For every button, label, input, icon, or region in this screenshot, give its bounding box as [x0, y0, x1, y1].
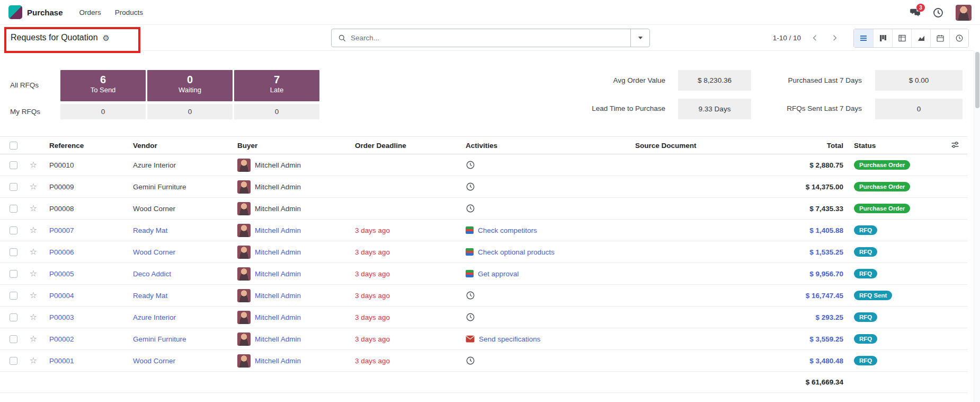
user-avatar[interactable]: [956, 5, 972, 21]
favorite-star-icon[interactable]: ☆: [30, 161, 37, 169]
activity-cell[interactable]: Check competitors: [460, 226, 629, 234]
calendar-view-icon: [936, 34, 945, 42]
view-calendar-button[interactable]: [930, 29, 949, 47]
activity-label[interactable]: Check competitors: [478, 226, 537, 234]
row-checkbox[interactable]: [10, 292, 17, 300]
pager-prev-button[interactable]: [809, 32, 821, 43]
table-row[interactable]: ☆ P00003 Azure Interior Mitchell Admin 3…: [0, 307, 967, 328]
buyer-name: Mitchell Admin: [255, 248, 301, 256]
table-row[interactable]: ☆ P00004 Ready Mat Mitchell Admin 3 days…: [0, 285, 967, 307]
search-dropdown-toggle[interactable]: [630, 29, 649, 47]
purchase-app-icon[interactable]: [8, 5, 22, 19]
activity-cell[interactable]: [460, 291, 629, 300]
row-checkbox[interactable]: [10, 270, 17, 278]
favorite-star-icon[interactable]: ☆: [30, 248, 37, 256]
activity-clock-icon[interactable]: [466, 182, 475, 191]
row-checkbox[interactable]: [10, 226, 17, 234]
activity-clock-icon[interactable]: [466, 160, 475, 170]
stat-waiting[interactable]: 0 Waiting: [147, 70, 233, 101]
activity-label[interactable]: Get approval: [478, 270, 519, 278]
activity-clock-icon[interactable]: [466, 204, 475, 213]
activity-type-icon[interactable]: [466, 248, 474, 256]
my-to-send[interactable]: 0: [60, 104, 146, 119]
activity-mail-icon[interactable]: [466, 335, 475, 343]
activity-type-icon[interactable]: [466, 270, 474, 277]
table-row[interactable]: ☆ P00002 Gemini Furniture Mitchell Admin…: [0, 328, 967, 350]
favorite-star-icon[interactable]: ☆: [30, 356, 37, 365]
buyer-avatar: [237, 180, 251, 194]
pager-next-button[interactable]: [828, 32, 840, 43]
my-waiting[interactable]: 0: [147, 104, 233, 119]
header-total[interactable]: Total: [783, 142, 844, 150]
app-root: Purchase Orders Products 3 Requests for …: [0, 0, 980, 402]
my-late[interactable]: 0: [234, 104, 319, 119]
favorite-star-icon[interactable]: ☆: [30, 269, 37, 278]
view-pivot-button[interactable]: [892, 29, 911, 47]
favorite-star-icon[interactable]: ☆: [30, 291, 37, 300]
activity-cell[interactable]: [460, 204, 629, 213]
column-settings-button[interactable]: [942, 141, 967, 151]
row-checkbox[interactable]: [10, 248, 17, 256]
activity-cell[interactable]: Get approval: [460, 270, 629, 278]
row-checkbox[interactable]: [10, 205, 17, 213]
row-checkbox[interactable]: [10, 183, 17, 191]
activity-clock-icon[interactable]: [466, 356, 475, 365]
stat-to-send[interactable]: 6 To Send: [60, 70, 146, 101]
activity-cell[interactable]: Check optional products: [460, 248, 629, 256]
reference-cell: P00009: [43, 183, 127, 191]
search-input[interactable]: [351, 29, 630, 47]
gear-icon[interactable]: ⚙: [103, 34, 110, 42]
header-vendor[interactable]: Vendor: [127, 142, 231, 150]
activity-label[interactable]: Send specifications: [479, 335, 540, 343]
header-reference[interactable]: Reference: [43, 142, 127, 150]
favorite-star-icon[interactable]: ☆: [30, 226, 37, 234]
table-row[interactable]: ☆ P00006 Wood Corner Mitchell Admin 3 da…: [0, 241, 967, 263]
header-status[interactable]: Status: [844, 142, 942, 150]
activity-cell[interactable]: [460, 182, 629, 191]
menu-products[interactable]: Products: [108, 0, 150, 24]
buyer-name: Mitchell Admin: [255, 335, 301, 343]
view-activity-button[interactable]: [949, 29, 968, 47]
activity-cell[interactable]: [460, 356, 629, 365]
row-checkbox[interactable]: [10, 313, 17, 321]
favorite-star-icon[interactable]: ☆: [30, 204, 37, 213]
kpi-rfqs-sent-7days: 0: [875, 99, 963, 119]
messages-icon[interactable]: 3: [909, 7, 921, 19]
activity-label[interactable]: Check optional products: [478, 248, 555, 256]
favorite-star-icon[interactable]: ☆: [30, 182, 37, 191]
table-row[interactable]: ☆ P00010 Azure Interior Mitchell Admin $…: [0, 154, 967, 176]
header-activities[interactable]: Activities: [460, 142, 629, 150]
reference-cell: P00006: [43, 248, 127, 256]
table-row[interactable]: ☆ P00001 Wood Corner Mitchell Admin 3 da…: [0, 350, 967, 372]
header-order-deadline[interactable]: Order Deadline: [349, 142, 460, 150]
favorite-star-icon[interactable]: ☆: [30, 313, 37, 321]
scrollbar-thumb[interactable]: [975, 52, 979, 108]
menu-orders[interactable]: Orders: [73, 0, 108, 24]
activity-type-icon[interactable]: [466, 226, 474, 234]
app-name[interactable]: Purchase: [27, 8, 63, 17]
stat-late[interactable]: 7 Late: [234, 70, 319, 101]
buyer-cell: Mitchell Admin: [231, 289, 349, 302]
row-checkbox[interactable]: [10, 161, 17, 169]
activity-clock-icon[interactable]: [466, 312, 475, 322]
select-all-checkbox[interactable]: [10, 142, 17, 150]
table-row[interactable]: ☆ P00008 Wood Corner Mitchell Admin $ 7,…: [0, 198, 967, 220]
row-checkbox[interactable]: [10, 335, 17, 343]
table-row[interactable]: ☆ P00009 Gemini Furniture Mitchell Admin…: [0, 176, 967, 198]
activities-menu-icon[interactable]: [932, 7, 944, 19]
view-kanban-button[interactable]: [873, 29, 892, 47]
row-checkbox[interactable]: [10, 357, 17, 365]
activity-cell[interactable]: [460, 160, 629, 170]
activity-cell[interactable]: [460, 312, 629, 322]
activity-cell[interactable]: Send specifications: [460, 335, 629, 343]
activity-clock-icon[interactable]: [466, 291, 475, 300]
table-row[interactable]: ☆ P00007 Ready Mat Mitchell Admin 3 days…: [0, 220, 967, 241]
view-list-button[interactable]: [854, 29, 873, 47]
favorite-star-icon[interactable]: ☆: [30, 335, 37, 343]
header-source-document[interactable]: Source Document: [629, 142, 783, 150]
header-buyer[interactable]: Buyer: [231, 142, 349, 150]
activity-view-icon: [955, 34, 964, 42]
clock-icon: [933, 7, 943, 18]
view-graph-button[interactable]: [911, 29, 930, 47]
table-row[interactable]: ☆ P00005 Deco Addict Mitchell Admin 3 da…: [0, 263, 967, 285]
